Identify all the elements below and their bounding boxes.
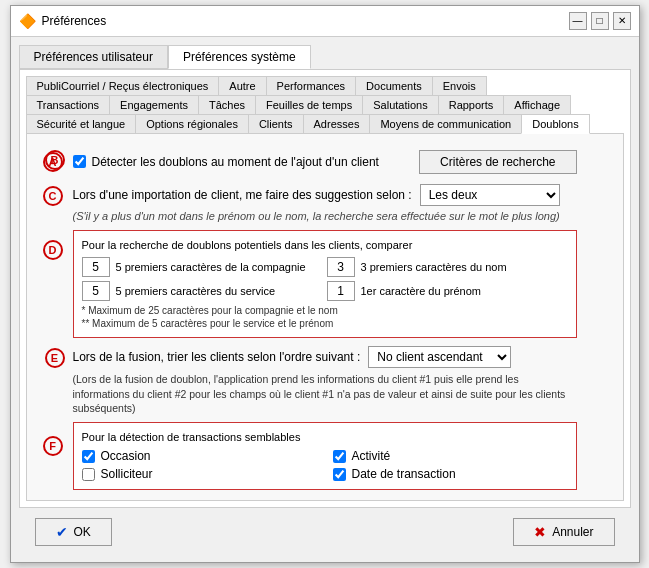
tab-securite[interactable]: Sécurité et langue — [26, 114, 137, 134]
window-title: Préférences — [42, 14, 107, 28]
trans-row-occasion: Occasion — [82, 449, 317, 463]
sub-tabs-row2-items: Transactions Engagements Tâches Feuilles… — [26, 95, 624, 114]
app-icon: 🔶 — [19, 13, 36, 29]
activite-checkbox[interactable] — [333, 450, 346, 463]
cancel-label: Annuler — [552, 525, 593, 539]
occasion-label: Occasion — [101, 449, 151, 463]
trans-row-date: Date de transaction — [333, 467, 568, 481]
tab-autre[interactable]: Autre — [218, 76, 266, 96]
trans-row-activite: Activité — [333, 449, 568, 463]
tab-doublons[interactable]: Doublons — [521, 114, 589, 134]
ok-label: OK — [74, 525, 91, 539]
tab-adresses[interactable]: Adresses — [303, 114, 371, 134]
label-b: B — [45, 150, 65, 170]
suggestion-select[interactable]: Les deux Prénom Nom — [420, 184, 560, 206]
title-bar-buttons: — □ ✕ — [569, 12, 631, 30]
nom-char-label: 3 premiers caractères du nom — [361, 261, 507, 273]
tab-options[interactable]: Options régionales — [135, 114, 249, 134]
tab-taches[interactable]: Tâches — [198, 95, 256, 115]
section-e-container: Lors de la fusion, trier les clients sel… — [73, 346, 577, 368]
label-d: D — [43, 240, 63, 260]
close-button[interactable]: ✕ — [613, 12, 631, 30]
service-char-input[interactable] — [82, 281, 110, 301]
transaction-box: Pour la détection de transactions sembla… — [73, 422, 577, 490]
doublons-content: A Détecter les doublons au moment de l'a… — [26, 133, 624, 501]
tab-performances[interactable]: Performances — [266, 76, 356, 96]
cancel-button[interactable]: ✖ Annuler — [513, 518, 614, 546]
note1: * Maximum de 25 caractères pour la compa… — [82, 305, 568, 316]
company-char-input[interactable] — [82, 257, 110, 277]
tab-rapports[interactable]: Rapports — [438, 95, 505, 115]
section-f-container: F Pour la détection de transactions semb… — [73, 422, 577, 490]
ok-button[interactable]: ✔ OK — [35, 518, 112, 546]
main-tabs: Préférences utilisateur Préférences syst… — [19, 45, 631, 69]
section-ab-row: A Détecter les doublons au moment de l'a… — [73, 150, 577, 174]
prenom-char-label: 1er caractère du prénom — [361, 285, 481, 297]
merge-row: Lors de la fusion, trier les clients sel… — [73, 346, 577, 368]
label-e: E — [45, 348, 65, 368]
char-comparison-box: Pour la recherche de doublons potentiels… — [73, 230, 577, 338]
suggestion-hint: (S'il y a plus d'un mot dans le prénom o… — [73, 210, 577, 222]
activite-label: Activité — [352, 449, 391, 463]
title-bar: 🔶 Préférences — □ ✕ — [11, 6, 639, 37]
tab-system-preferences[interactable]: Préférences système — [168, 45, 311, 69]
label-c: C — [43, 186, 63, 206]
merge-hint: (Lors de la fusion de doublon, l'applica… — [73, 372, 577, 416]
nom-char-input[interactable] — [327, 257, 355, 277]
tab-documents[interactable]: Documents — [355, 76, 433, 96]
tab-envois[interactable]: Envois — [432, 76, 487, 96]
sub-tabs-row3-items: Sécurité et langue Options régionales Cl… — [26, 114, 624, 133]
doublons-inner: A Détecter les doublons au moment de l'a… — [37, 144, 613, 490]
merge-label: Lors de la fusion, trier les clients sel… — [73, 350, 361, 364]
label-f: F — [43, 436, 63, 456]
maximize-button[interactable]: □ — [591, 12, 609, 30]
window-content: Préférences utilisateur Préférences syst… — [11, 37, 639, 562]
ok-icon: ✔ — [56, 524, 68, 540]
char-grid: 5 premiers caractères de la compagnie 3 … — [82, 257, 568, 301]
tab-publimail[interactable]: PubliCourriel / Reçus électroniques — [26, 76, 220, 96]
detect-duplicates-label: Détecter les doublons au moment de l'ajo… — [92, 155, 379, 169]
tab-salutations[interactable]: Salutations — [362, 95, 438, 115]
sub-tabs-row1-items: PubliCourriel / Reçus électroniques Autr… — [26, 76, 624, 95]
title-bar-left: 🔶 Préférences — [19, 13, 107, 29]
suggestion-label: Lors d'une importation de client, me fai… — [73, 188, 412, 202]
solliciteur-label: Solliciteur — [101, 467, 153, 481]
section-d-container: D Pour la recherche de doublons potentie… — [73, 230, 577, 338]
tab-moyens[interactable]: Moyens de communication — [369, 114, 522, 134]
char-row-nom: 3 premiers caractères du nom — [327, 257, 568, 277]
detect-duplicates-checkbox[interactable] — [73, 155, 86, 168]
company-char-label: 5 premiers caractères de la compagnie — [116, 261, 306, 273]
char-comparison-title: Pour la recherche de doublons potentiels… — [82, 239, 568, 251]
tab-user-preferences[interactable]: Préférences utilisateur — [19, 45, 168, 69]
section-c-container: C Lors d'une importation de client, me f… — [73, 184, 577, 206]
tab-affichage[interactable]: Affichage — [503, 95, 571, 115]
transaction-title: Pour la détection de transactions sembla… — [82, 431, 568, 443]
sub-tabs-row3: Sécurité et langue Options régionales Cl… — [26, 114, 624, 133]
tab-transactions[interactable]: Transactions — [26, 95, 111, 115]
transaction-grid: Occasion Activité Solliciteur — [82, 449, 568, 481]
tab-content: PubliCourriel / Reçus électroniques Autr… — [19, 69, 631, 508]
sub-tabs-row2: Transactions Engagements Tâches Feuilles… — [26, 95, 624, 114]
date-label: Date de transaction — [352, 467, 456, 481]
tab-engagements[interactable]: Engagements — [109, 95, 199, 115]
char-row-company: 5 premiers caractères de la compagnie — [82, 257, 323, 277]
minimize-button[interactable]: — — [569, 12, 587, 30]
note2: ** Maximum de 5 caractères pour le servi… — [82, 318, 568, 329]
tab-clients[interactable]: Clients — [248, 114, 304, 134]
search-criteria-button[interactable]: Critères de recherche — [419, 150, 576, 174]
occasion-checkbox[interactable] — [82, 450, 95, 463]
merge-select[interactable]: No client ascendant No client descendant… — [368, 346, 511, 368]
main-window: 🔶 Préférences — □ ✕ Préférences utilisat… — [10, 5, 640, 563]
char-row-service: 5 premiers caractères du service — [82, 281, 323, 301]
suggestion-row: Lors d'une importation de client, me fai… — [73, 184, 577, 206]
sub-tabs-row1: PubliCourriel / Reçus électroniques Autr… — [26, 76, 624, 95]
prenom-char-input[interactable] — [327, 281, 355, 301]
cancel-icon: ✖ — [534, 524, 546, 540]
date-checkbox[interactable] — [333, 468, 346, 481]
char-row-prenom: 1er caractère du prénom — [327, 281, 568, 301]
service-char-label: 5 premiers caractères du service — [116, 285, 276, 297]
solliciteur-checkbox[interactable] — [82, 468, 95, 481]
trans-row-solliciteur: Solliciteur — [82, 467, 317, 481]
tab-feuilles[interactable]: Feuilles de temps — [255, 95, 363, 115]
footer: ✔ OK ✖ Annuler — [19, 508, 631, 554]
